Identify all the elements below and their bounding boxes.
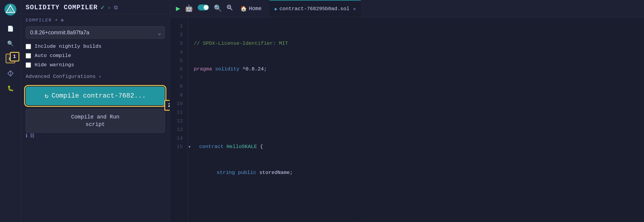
file-tab-icon: ◈ <box>274 6 277 12</box>
home-tab[interactable]: 🏠 Home <box>237 4 264 13</box>
code-line-7 <box>194 195 638 203</box>
nav-files-icon[interactable]: 📄 <box>6 24 15 33</box>
add-compiler-icon[interactable]: + <box>55 18 58 23</box>
home-icon: 🏠 <box>240 5 247 12</box>
hide-warnings-row: Hide warnings <box>21 60 170 70</box>
toggle-icon[interactable] <box>198 4 209 13</box>
sidebar-header: SOLIDITY COMPILER ✓ › ⧉ <box>21 0 170 14</box>
include-nightly-checkbox[interactable] <box>26 44 31 49</box>
code-line-6: string public storedName; <box>194 169 638 177</box>
file-tab-close-icon[interactable]: ✕ <box>353 6 356 12</box>
advanced-label: Advanced Configurations <box>26 74 96 79</box>
compile-button-label: Compile contract-7682... <box>52 92 146 100</box>
file-tab-label: contract-768295b0ad.sol <box>279 6 349 12</box>
compile-button[interactable]: ↻ Compile contract-7682... <box>26 87 165 105</box>
app-logo[interactable] <box>4 3 17 16</box>
info-icon[interactable]: ℹ <box>26 133 27 139</box>
code-line-5: ▼ contract HelloSKALE { <box>194 143 638 151</box>
advanced-configurations-row[interactable]: Advanced Configurations › <box>21 70 170 84</box>
hide-warnings-checkbox[interactable] <box>26 62 31 68</box>
include-nightly-row: Include nightly builds <box>21 42 170 51</box>
version-select-row: 0.8.26+commit.8a97fa7a ⌄ <box>21 25 170 42</box>
code-text: // SPDX-License-Identifier: MIT <box>194 39 288 48</box>
compile-refresh-icon: ↻ <box>44 92 48 100</box>
compile-badge: 2 <box>164 100 170 111</box>
link-icon[interactable]: ⛓ <box>30 133 35 139</box>
icon-bar: 📄 🔍 ↻ 1 🐛 <box>0 0 21 222</box>
code-line-8: ▼ function setName(string memory name) p… <box>194 220 638 222</box>
compile-run-button[interactable]: Compile and Run script <box>26 109 165 133</box>
nav-debug-icon[interactable]: 🐛 <box>6 84 15 93</box>
code-line-2: pragma solidity ^0.8.24; <box>194 65 638 74</box>
zoom-out-icon[interactable]: 🔍 <box>214 4 222 13</box>
code-line-4 <box>194 117 638 126</box>
code-content[interactable]: // SPDX-License-Identifier: MIT pragma s… <box>188 17 644 222</box>
advanced-arrow-icon: › <box>99 74 102 79</box>
arrow-icon: › <box>108 5 111 11</box>
gas-hint-8: ⛽ infinite gas <box>354 221 395 222</box>
window-icon[interactable]: ⧉ <box>114 5 118 11</box>
compile-run-label-line1: Compile and Run <box>71 113 119 121</box>
file-tab[interactable]: ◈ contract-768295b0ad.sol ✕ <box>270 0 361 17</box>
robot-icon[interactable]: 🤖 <box>185 4 193 13</box>
nav-deploy-icon[interactable] <box>6 69 15 78</box>
code-editor: 1 2 3 4 5 6 7 8 9 10 11 12 13 14 15 // S… <box>170 17 644 222</box>
svg-point-6 <box>204 5 208 10</box>
version-select[interactable]: 0.8.26+commit.8a97fa7a <box>26 26 165 39</box>
editor-area: ▶ 🤖 🔍 🏠 Home ◈ contract-768295b0ad.sol ✕ <box>170 0 644 222</box>
check-icon: ✓ <box>100 4 104 12</box>
hide-warnings-label: Hide warnings <box>35 62 74 68</box>
code-text: pragma <box>194 65 215 74</box>
compile-button-row: ↻ Compile contract-7682... 2 <box>21 84 170 107</box>
compile-run-icons: ℹ ⛓ <box>26 133 165 139</box>
copy-compiler-icon[interactable]: ⊕ <box>61 17 64 23</box>
auto-compile-label: Auto compile <box>35 53 71 58</box>
fold-arrow-5[interactable]: ▼ <box>188 144 191 150</box>
home-label: Home <box>249 6 261 12</box>
play-button[interactable]: ▶ <box>176 4 180 13</box>
zoom-in-icon[interactable] <box>227 4 233 13</box>
auto-compile-checkbox[interactable] <box>26 53 31 58</box>
svg-line-8 <box>230 8 232 10</box>
sidebar-title: SOLIDITY COMPILER <box>26 4 97 11</box>
include-nightly-label: Include nightly builds <box>35 44 101 49</box>
compiler-label: COMPILER <box>26 18 52 23</box>
nav-search-icon[interactable]: 🔍 <box>6 39 15 48</box>
auto-compile-row: Auto compile <box>21 51 170 60</box>
nav-compiler-icon[interactable]: ↻ 1 <box>6 54 15 63</box>
editor-toolbar: ▶ 🤖 🔍 🏠 Home ◈ contract-768295b0ad.sol ✕ <box>170 0 644 17</box>
line-numbers: 1 2 3 4 5 6 7 8 9 10 11 12 13 14 15 <box>170 17 188 222</box>
compiler-badge: 1 <box>10 52 19 61</box>
compiler-label-row: COMPILER + ⊕ <box>21 14 170 25</box>
compile-run-row: Compile and Run script ℹ ⛓ <box>21 107 170 142</box>
code-line-3 <box>194 91 638 100</box>
sidebar-panel: SOLIDITY COMPILER ✓ › ⧉ COMPILER + ⊕ 0.8… <box>21 0 170 222</box>
compile-run-label-line2: script <box>71 121 119 128</box>
version-select-wrapper: 0.8.26+commit.8a97fa7a ⌄ <box>26 26 165 39</box>
code-line-1: // SPDX-License-Identifier: MIT <box>194 39 638 48</box>
